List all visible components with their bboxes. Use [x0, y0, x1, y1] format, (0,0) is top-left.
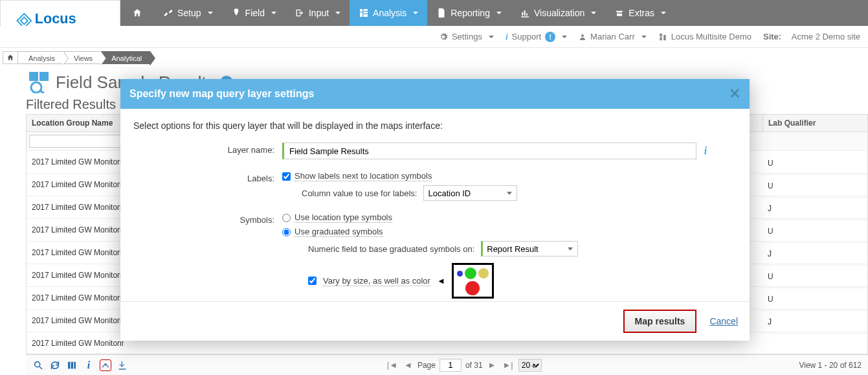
svg-rect-9 [68, 361, 70, 369]
vary-by-size-checkbox[interactable] [308, 277, 317, 285]
numeric-field-select[interactable]: Report Result [481, 241, 578, 256]
breadcrumb-home-icon[interactable] [3, 51, 18, 64]
breadcrumb-analytical[interactable]: Analytical [101, 51, 150, 64]
info-icon[interactable]: i [704, 145, 707, 156]
nav-field[interactable]: Field [222, 0, 285, 26]
breadcrumb-analysis[interactable]: Analysis [18, 51, 63, 64]
dialog-title-bar: Specify new map query layer settings ✕ [120, 79, 750, 109]
label-labels: Labels: [133, 171, 282, 183]
svg-text:Locus: Locus [34, 10, 76, 27]
map-query-layer-dialog: Specify new map query layer settings ✕ S… [120, 79, 750, 341]
radio-location-type-symbols[interactable] [282, 214, 291, 222]
vary-by-size-label: Vary by size, as well as color [323, 276, 430, 286]
layer-name-input[interactable] [282, 142, 696, 159]
svg-point-7 [35, 361, 40, 367]
table-row[interactable]: U [762, 288, 867, 311]
search-icon[interactable] [32, 359, 44, 371]
nav-setup[interactable]: Setup [154, 0, 222, 26]
column-value-select[interactable]: Location ID [423, 185, 517, 201]
support-badge-icon: ! [545, 32, 555, 42]
dialog-title: Specify new map query layer settings [129, 88, 314, 100]
page-number-input[interactable] [440, 359, 462, 372]
info-icon[interactable]: i [83, 359, 95, 371]
svg-rect-3 [29, 72, 38, 81]
label-layer-name: Layer name: [133, 142, 282, 155]
prev-page-icon[interactable]: ◄ [403, 360, 414, 370]
tenant-menu[interactable]: Locus Multisite Demo [658, 32, 751, 41]
svg-rect-11 [74, 361, 76, 369]
nav-input[interactable]: Input [285, 0, 350, 26]
nav-extras[interactable]: Extras [605, 0, 675, 26]
page-of-label: of 31 [465, 361, 483, 370]
nav-analysis[interactable]: Analysis [350, 0, 427, 26]
table-row[interactable]: J [762, 311, 867, 334]
next-page-icon[interactable]: ► [487, 360, 498, 370]
grid-footer: i |◄ ◄ Page of 31 ► ►| 20 View 1 - 20 of… [26, 354, 868, 375]
pagination: |◄ ◄ Page of 31 ► ►| 20 [386, 359, 542, 372]
page-label: Page [417, 361, 436, 370]
svg-rect-10 [71, 361, 73, 369]
settings-menu[interactable]: Settings [439, 32, 494, 41]
map-icon[interactable] [100, 359, 111, 371]
radio-label-location-type: Use location type symbols [295, 212, 392, 223]
support-menu[interactable]: iSupport! [506, 32, 567, 42]
first-page-icon[interactable]: |◄ [386, 360, 399, 370]
svg-line-6 [40, 91, 44, 93]
table-row[interactable]: J [762, 198, 867, 220]
table-row[interactable]: U [762, 266, 867, 288]
svg-rect-4 [39, 72, 49, 81]
nav-reporting[interactable]: Reporting [427, 0, 511, 26]
show-labels-text: Show labels next to location symbols [295, 171, 432, 181]
graduated-symbol-preview [452, 263, 494, 299]
table-row[interactable]: U [762, 220, 867, 243]
map-results-button[interactable]: Map results [623, 310, 697, 333]
numeric-field-label: Numeric field to base graduated symbols … [308, 244, 474, 254]
nav-home-icon[interactable] [120, 0, 154, 26]
filter-location-group[interactable] [29, 135, 121, 148]
download-icon[interactable] [117, 359, 128, 371]
label-symbols: Symbols: [133, 212, 282, 225]
cancel-button[interactable]: Cancel [709, 316, 738, 326]
radio-label-graduated: Use graduated symbols [295, 227, 383, 237]
last-page-icon[interactable]: ►| [501, 360, 514, 370]
radio-graduated-symbols[interactable] [282, 228, 291, 236]
show-labels-checkbox[interactable] [282, 172, 291, 181]
table-row[interactable]: J [762, 243, 867, 266]
table-row[interactable] [762, 334, 867, 354]
breadcrumb: Analysis Views Analytical [0, 48, 868, 65]
nav-visualization[interactable]: Visualization [511, 0, 605, 26]
sub-nav: Settings iSupport! Marian Carr Locus Mul… [0, 26, 868, 48]
table-row[interactable]: U [762, 175, 867, 198]
svg-point-2 [581, 34, 584, 37]
col-header-location-group[interactable]: Location Group Name [27, 115, 124, 131]
dialog-intro: Select options for this query layer that… [133, 120, 737, 131]
view-range-label: View 1 - 20 of 612 [799, 361, 862, 370]
close-icon[interactable]: ✕ [729, 85, 740, 102]
column-value-label: Column value to use for labels: [302, 188, 417, 198]
refresh-icon[interactable] [49, 359, 61, 371]
table-row[interactable]: U [762, 152, 867, 175]
user-menu[interactable]: Marian Carr [579, 32, 647, 41]
columns-icon[interactable] [66, 359, 78, 371]
page-size-select[interactable]: 20 [518, 359, 542, 372]
svg-line-8 [39, 367, 42, 369]
page-title-icon [28, 71, 50, 93]
top-nav: Locus TECHNOLOGIES Setup Field Input Ana… [0, 0, 868, 26]
col-header-lab-qualifier[interactable]: Lab Qualifier [762, 115, 867, 132]
site-selector[interactable]: Site: Acme 2 Demo site [763, 32, 860, 41]
breadcrumb-views[interactable]: Views [63, 51, 101, 64]
